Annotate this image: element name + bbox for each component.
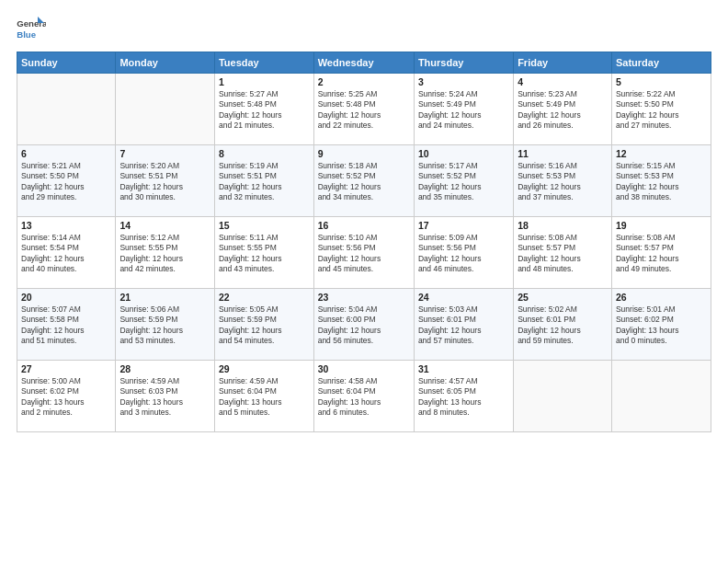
day-number: 22 bbox=[219, 292, 310, 303]
day-info: Sunrise: 5:01 AM Sunset: 6:02 PM Dayligh… bbox=[616, 304, 707, 347]
day-number: 9 bbox=[318, 148, 410, 159]
day-number: 4 bbox=[518, 76, 608, 87]
calendar-cell: 8Sunrise: 5:19 AM Sunset: 5:51 PM Daylig… bbox=[214, 145, 313, 217]
calendar-cell: 20Sunrise: 5:07 AM Sunset: 5:58 PM Dayli… bbox=[17, 289, 116, 361]
day-info: Sunrise: 5:15 AM Sunset: 5:53 PM Dayligh… bbox=[616, 161, 707, 203]
day-number: 18 bbox=[518, 220, 608, 231]
calendar-cell: 18Sunrise: 5:08 AM Sunset: 5:57 PM Dayli… bbox=[514, 217, 612, 289]
calendar-cell: 22Sunrise: 5:05 AM Sunset: 5:59 PM Dayli… bbox=[214, 289, 313, 361]
day-info: Sunrise: 4:59 AM Sunset: 6:03 PM Dayligh… bbox=[119, 376, 210, 419]
calendar-cell: 2Sunrise: 5:25 AM Sunset: 5:48 PM Daylig… bbox=[313, 74, 414, 145]
day-info: Sunrise: 5:09 AM Sunset: 5:56 PM Dayligh… bbox=[418, 233, 509, 275]
calendar-cell: 7Sunrise: 5:20 AM Sunset: 5:51 PM Daylig… bbox=[116, 145, 215, 217]
day-info: Sunrise: 5:03 AM Sunset: 6:01 PM Dayligh… bbox=[418, 304, 509, 347]
day-number: 17 bbox=[418, 220, 509, 231]
day-info: Sunrise: 5:25 AM Sunset: 5:48 PM Dayligh… bbox=[318, 89, 410, 132]
day-info: Sunrise: 5:24 AM Sunset: 5:49 PM Dayligh… bbox=[418, 89, 509, 132]
calendar-cell: 9Sunrise: 5:18 AM Sunset: 5:52 PM Daylig… bbox=[313, 145, 414, 217]
day-info: Sunrise: 5:11 AM Sunset: 5:55 PM Dayligh… bbox=[219, 233, 310, 275]
calendar-cell bbox=[514, 361, 612, 432]
day-number: 31 bbox=[418, 363, 509, 374]
day-number: 13 bbox=[21, 220, 111, 231]
calendar-cell: 21Sunrise: 5:06 AM Sunset: 5:59 PM Dayli… bbox=[116, 289, 215, 361]
day-number: 30 bbox=[318, 363, 410, 374]
week-row-3: 13Sunrise: 5:14 AM Sunset: 5:54 PM Dayli… bbox=[17, 217, 711, 289]
day-number: 11 bbox=[518, 148, 608, 159]
day-number: 2 bbox=[318, 76, 410, 87]
day-info: Sunrise: 5:22 AM Sunset: 5:50 PM Dayligh… bbox=[616, 89, 707, 132]
calendar-cell: 24Sunrise: 5:03 AM Sunset: 6:01 PM Dayli… bbox=[414, 289, 513, 361]
day-number: 7 bbox=[119, 148, 210, 159]
calendar-table: SundayMondayTuesdayWednesdayThursdayFrid… bbox=[17, 52, 711, 432]
day-number: 24 bbox=[418, 292, 509, 303]
day-number: 19 bbox=[616, 220, 707, 231]
day-info: Sunrise: 5:08 AM Sunset: 5:57 PM Dayligh… bbox=[518, 233, 608, 275]
calendar-cell: 25Sunrise: 5:02 AM Sunset: 6:01 PM Dayli… bbox=[514, 289, 612, 361]
day-number: 5 bbox=[616, 76, 707, 87]
header: GeneralBlue bbox=[17, 17, 711, 42]
calendar-cell: 3Sunrise: 5:24 AM Sunset: 5:49 PM Daylig… bbox=[414, 74, 513, 145]
calendar-cell: 23Sunrise: 5:04 AM Sunset: 6:00 PM Dayli… bbox=[313, 289, 414, 361]
logo: GeneralBlue bbox=[17, 17, 46, 42]
day-info: Sunrise: 4:58 AM Sunset: 6:04 PM Dayligh… bbox=[318, 376, 410, 419]
day-info: Sunrise: 5:04 AM Sunset: 6:00 PM Dayligh… bbox=[318, 304, 410, 347]
calendar-cell: 6Sunrise: 5:21 AM Sunset: 5:50 PM Daylig… bbox=[17, 145, 116, 217]
calendar-cell: 12Sunrise: 5:15 AM Sunset: 5:53 PM Dayli… bbox=[611, 145, 711, 217]
day-number: 23 bbox=[318, 292, 410, 303]
day-number: 26 bbox=[616, 292, 707, 303]
day-info: Sunrise: 5:08 AM Sunset: 5:57 PM Dayligh… bbox=[616, 233, 707, 275]
col-header-thursday: Thursday bbox=[414, 52, 513, 74]
calendar-cell: 16Sunrise: 5:10 AM Sunset: 5:56 PM Dayli… bbox=[313, 217, 414, 289]
calendar-cell: 19Sunrise: 5:08 AM Sunset: 5:57 PM Dayli… bbox=[611, 217, 711, 289]
header-row: SundayMondayTuesdayWednesdayThursdayFrid… bbox=[17, 52, 711, 74]
calendar-cell: 17Sunrise: 5:09 AM Sunset: 5:56 PM Dayli… bbox=[414, 217, 513, 289]
col-header-sunday: Sunday bbox=[17, 52, 116, 74]
calendar-cell: 29Sunrise: 4:59 AM Sunset: 6:04 PM Dayli… bbox=[214, 361, 313, 432]
logo-icon: GeneralBlue bbox=[17, 17, 46, 42]
week-row-2: 6Sunrise: 5:21 AM Sunset: 5:50 PM Daylig… bbox=[17, 145, 711, 217]
calendar-cell: 30Sunrise: 4:58 AM Sunset: 6:04 PM Dayli… bbox=[313, 361, 414, 432]
col-header-tuesday: Tuesday bbox=[214, 52, 313, 74]
day-info: Sunrise: 5:02 AM Sunset: 6:01 PM Dayligh… bbox=[518, 304, 608, 347]
day-info: Sunrise: 5:19 AM Sunset: 5:51 PM Dayligh… bbox=[219, 161, 310, 203]
day-info: Sunrise: 5:18 AM Sunset: 5:52 PM Dayligh… bbox=[318, 161, 410, 203]
day-info: Sunrise: 5:10 AM Sunset: 5:56 PM Dayligh… bbox=[318, 233, 410, 275]
day-number: 25 bbox=[518, 292, 608, 303]
col-header-wednesday: Wednesday bbox=[313, 52, 414, 74]
col-header-friday: Friday bbox=[514, 52, 612, 74]
calendar-cell: 11Sunrise: 5:16 AM Sunset: 5:53 PM Dayli… bbox=[514, 145, 612, 217]
calendar-cell: 13Sunrise: 5:14 AM Sunset: 5:54 PM Dayli… bbox=[17, 217, 116, 289]
calendar-cell: 26Sunrise: 5:01 AM Sunset: 6:02 PM Dayli… bbox=[611, 289, 711, 361]
day-info: Sunrise: 4:59 AM Sunset: 6:04 PM Dayligh… bbox=[219, 376, 310, 419]
calendar-cell: 27Sunrise: 5:00 AM Sunset: 6:02 PM Dayli… bbox=[17, 361, 116, 432]
page: GeneralBlue SundayMondayTuesdayWednesday… bbox=[0, 0, 728, 563]
calendar-cell: 4Sunrise: 5:23 AM Sunset: 5:49 PM Daylig… bbox=[514, 74, 612, 145]
col-header-monday: Monday bbox=[116, 52, 215, 74]
day-info: Sunrise: 5:06 AM Sunset: 5:59 PM Dayligh… bbox=[119, 304, 210, 347]
day-number: 28 bbox=[119, 363, 210, 374]
day-number: 29 bbox=[219, 363, 310, 374]
calendar-cell: 5Sunrise: 5:22 AM Sunset: 5:50 PM Daylig… bbox=[611, 74, 711, 145]
day-info: Sunrise: 5:12 AM Sunset: 5:55 PM Dayligh… bbox=[119, 233, 210, 275]
day-info: Sunrise: 5:07 AM Sunset: 5:58 PM Dayligh… bbox=[21, 304, 111, 347]
day-number: 10 bbox=[418, 148, 509, 159]
day-info: Sunrise: 5:21 AM Sunset: 5:50 PM Dayligh… bbox=[21, 161, 111, 203]
day-info: Sunrise: 5:17 AM Sunset: 5:52 PM Dayligh… bbox=[418, 161, 509, 203]
svg-text:Blue: Blue bbox=[17, 29, 36, 40]
day-number: 27 bbox=[21, 363, 111, 374]
day-number: 3 bbox=[418, 76, 509, 87]
day-number: 8 bbox=[219, 148, 310, 159]
calendar-cell: 28Sunrise: 4:59 AM Sunset: 6:03 PM Dayli… bbox=[116, 361, 215, 432]
week-row-1: 1Sunrise: 5:27 AM Sunset: 5:48 PM Daylig… bbox=[17, 74, 711, 145]
calendar-cell bbox=[611, 361, 711, 432]
day-info: Sunrise: 5:00 AM Sunset: 6:02 PM Dayligh… bbox=[21, 376, 111, 419]
calendar-cell bbox=[116, 74, 215, 145]
day-number: 6 bbox=[21, 148, 111, 159]
day-info: Sunrise: 5:23 AM Sunset: 5:49 PM Dayligh… bbox=[518, 89, 608, 132]
calendar-cell bbox=[17, 74, 116, 145]
day-info: Sunrise: 5:27 AM Sunset: 5:48 PM Dayligh… bbox=[219, 89, 310, 132]
calendar-cell: 1Sunrise: 5:27 AM Sunset: 5:48 PM Daylig… bbox=[214, 74, 313, 145]
day-info: Sunrise: 5:16 AM Sunset: 5:53 PM Dayligh… bbox=[518, 161, 608, 203]
svg-text:General: General bbox=[17, 18, 46, 29]
day-info: Sunrise: 5:05 AM Sunset: 5:59 PM Dayligh… bbox=[219, 304, 310, 347]
